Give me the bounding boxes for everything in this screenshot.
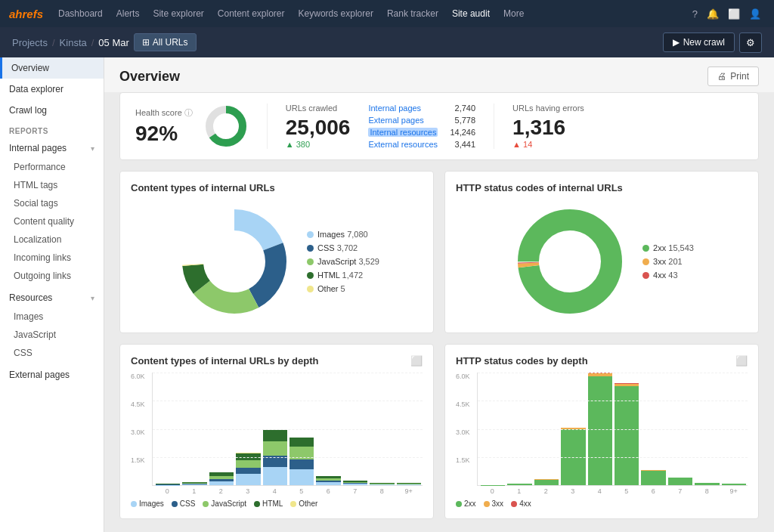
sidebar-item-resources[interactable]: Resources ▾ bbox=[0, 288, 104, 308]
http-bar-2 bbox=[534, 373, 559, 485]
url-types-table: Internal pages 2,740 External pages 5,77… bbox=[368, 102, 475, 150]
urls-errors-value: 1,316 bbox=[512, 116, 584, 140]
sidebar-sub-css[interactable]: CSS bbox=[0, 344, 104, 362]
sidebar-item-crawl-log[interactable]: Crawl log bbox=[0, 100, 104, 121]
url-type-count-3: 3,441 bbox=[455, 140, 476, 149]
http-bar-9 bbox=[722, 373, 746, 485]
bottom-charts-row: Content types of internal URLs by depth … bbox=[104, 344, 774, 530]
bar-group-6 bbox=[316, 373, 340, 485]
http-bar-3 bbox=[561, 373, 585, 485]
nav-dashboard[interactable]: Dashboard bbox=[52, 8, 109, 19]
sidebar-section-reports: REPORTS bbox=[0, 121, 104, 138]
http-bar-0 bbox=[481, 373, 505, 485]
bar-group-3 bbox=[236, 373, 260, 485]
http-bar-5 bbox=[615, 373, 639, 485]
health-score-label: Health score ⓘ bbox=[135, 107, 193, 119]
page-header: Overview 🖨 Print bbox=[104, 57, 774, 92]
chart3-title: Content types of internal URLs by depth bbox=[131, 355, 318, 367]
nav-keywords-explorer[interactable]: Keywords explorer bbox=[293, 8, 379, 19]
url-filter-button[interactable]: ⊞ All URLs bbox=[134, 33, 197, 51]
http-bar-1 bbox=[507, 373, 531, 485]
http-bar-8 bbox=[695, 373, 719, 485]
health-donut bbox=[203, 104, 249, 149]
screen-icon[interactable]: ⬜ bbox=[724, 8, 744, 20]
bar-group-2 bbox=[209, 373, 234, 485]
legend-js-label: JavaScript 3,529 bbox=[317, 257, 379, 266]
chart2-title: HTTP status codes of internal URLs bbox=[456, 182, 748, 193]
url-type-count-2: 14,246 bbox=[450, 128, 475, 137]
bar-group-0 bbox=[156, 373, 180, 485]
chart4-title: HTTP status codes by depth bbox=[456, 355, 588, 367]
sidebar: Overview Data explorer Crawl log REPORTS… bbox=[0, 57, 104, 532]
chart-http-depth: HTTP status codes by depth ⬜ 6.0K 4.5K 3… bbox=[444, 344, 759, 519]
urls-errors-block: URLs having errors 1,316 ▲ 14 bbox=[512, 104, 584, 149]
legend-html-label: HTML 1,472 bbox=[317, 271, 363, 280]
url-type-row-2[interactable]: Internal resources 14,246 bbox=[368, 126, 475, 138]
sidebar-sub-html-tags[interactable]: HTML tags bbox=[0, 176, 104, 194]
legend-images-label: Images 7,080 bbox=[317, 230, 368, 239]
user-icon[interactable]: 👤 bbox=[745, 8, 765, 20]
sidebar-sub-social-tags[interactable]: Social tags bbox=[0, 194, 104, 212]
breadcrumb-kinsta[interactable]: Kinsta bbox=[60, 37, 87, 48]
filter-icon: ⊞ bbox=[142, 37, 150, 48]
nav-site-audit[interactable]: Site audit bbox=[446, 8, 496, 19]
info-icon[interactable]: ⓘ bbox=[184, 107, 193, 119]
legend-css-label: CSS 3,702 bbox=[317, 243, 358, 252]
chart3-expand-icon[interactable]: ⬜ bbox=[410, 355, 423, 367]
nav-rank-tracker[interactable]: Rank tracker bbox=[381, 8, 444, 19]
url-type-count-0: 2,740 bbox=[455, 104, 476, 113]
sidebar-item-internal-pages[interactable]: Internal pages ▾ bbox=[0, 138, 104, 158]
logo: ahrefs bbox=[9, 8, 43, 20]
printer-icon: 🖨 bbox=[717, 71, 726, 82]
main-content: Overview 🖨 Print Health score ⓘ 92% bbox=[104, 57, 774, 532]
nav-alerts[interactable]: Alerts bbox=[110, 8, 146, 19]
svg-point-8 bbox=[204, 231, 265, 292]
sidebar-sub-localization[interactable]: Localization bbox=[0, 230, 104, 249]
play-icon: ▶ bbox=[673, 37, 680, 48]
date-selector-button[interactable]: 05 Mar bbox=[98, 37, 128, 48]
urls-crawled-label: URLs crawled bbox=[286, 104, 351, 113]
sidebar-sub-content-quality[interactable]: Content quality bbox=[0, 212, 104, 230]
health-score-value: 92% bbox=[135, 122, 193, 146]
chart3-legend: Images CSS JavaScript HTML Other bbox=[131, 500, 423, 508]
urls-errors-delta: ▲ 14 bbox=[512, 140, 584, 149]
bar-group-7 bbox=[343, 373, 367, 485]
urls-errors-label: URLs having errors bbox=[512, 104, 584, 113]
breadcrumb-bar: Projects / Kinsta / 05 Mar ⊞ All URLs ▶ … bbox=[0, 27, 774, 57]
chart4-expand-icon[interactable]: ⬜ bbox=[735, 355, 748, 367]
filter-label: All URLs bbox=[153, 37, 188, 48]
chart2-legend: 2xx 15,543 3xx 201 4xx 43 bbox=[642, 243, 694, 280]
new-crawl-button[interactable]: ▶ New crawl bbox=[663, 32, 735, 52]
stats-card: Health score ⓘ 92% URLs crawled 2 bbox=[119, 92, 759, 160]
bar-group-8 bbox=[370, 373, 394, 485]
url-type-row-1[interactable]: External pages 5,778 bbox=[368, 114, 475, 126]
sidebar-item-data-explorer[interactable]: Data explorer bbox=[0, 79, 104, 100]
health-score-block: Health score ⓘ 92% bbox=[135, 104, 249, 149]
url-type-label-0: Internal pages bbox=[368, 104, 421, 113]
sidebar-sub-outgoing-links[interactable]: Outgoing links bbox=[0, 267, 104, 285]
sidebar-sub-images[interactable]: Images bbox=[0, 308, 104, 326]
print-button[interactable]: 🖨 Print bbox=[707, 66, 759, 86]
sidebar-sub-incoming-links[interactable]: Incoming links bbox=[0, 249, 104, 267]
notifications-icon[interactable]: 🔔 bbox=[703, 8, 723, 20]
http-bar-7 bbox=[668, 373, 692, 485]
breadcrumb-sep1: / bbox=[52, 37, 55, 48]
sidebar-item-overview[interactable]: Overview bbox=[0, 57, 104, 79]
url-type-row-3[interactable]: External resources 3,441 bbox=[368, 138, 475, 150]
svg-point-12 bbox=[540, 231, 600, 292]
breadcrumb-projects[interactable]: Projects bbox=[12, 37, 48, 48]
sidebar-sub-javascript[interactable]: JavaScript bbox=[0, 326, 104, 344]
url-type-label-3: External resources bbox=[368, 140, 438, 149]
help-icon[interactable]: ? bbox=[689, 8, 701, 20]
new-crawl-label: New crawl bbox=[683, 37, 725, 48]
nav-content-explorer[interactable]: Content explorer bbox=[212, 8, 291, 19]
resources-expand-arrow: ▾ bbox=[91, 294, 94, 302]
url-type-row-0[interactable]: Internal pages 2,740 bbox=[368, 102, 475, 114]
expand-arrow: ▾ bbox=[91, 144, 94, 153]
nav-more[interactable]: More bbox=[497, 8, 530, 19]
sidebar-item-external-pages[interactable]: External pages bbox=[0, 365, 104, 385]
sidebar-sub-performance[interactable]: Performance bbox=[0, 158, 104, 176]
chart1-legend: Images 7,080 CSS 3,702 JavaScript 3,529 bbox=[307, 230, 379, 293]
crawl-settings-button[interactable]: ⚙ bbox=[739, 32, 762, 53]
nav-site-explorer[interactable]: Site explorer bbox=[147, 8, 209, 19]
